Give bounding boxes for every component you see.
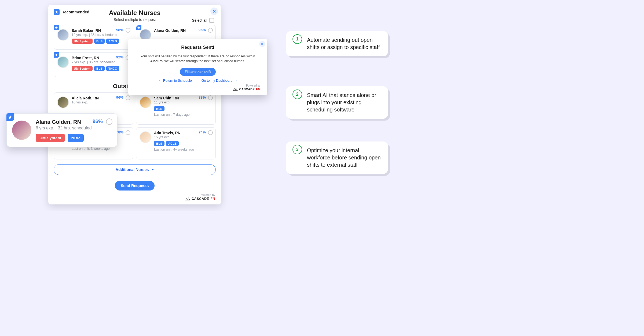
feature-card: 2 Smart AI that stands alone or plugs in… [286, 86, 388, 119]
additional-nurses-label: Additional Nurses [115, 167, 149, 172]
modal-body: Your shift will be filled by the first r… [135, 54, 260, 64]
select-radio[interactable] [208, 95, 213, 100]
send-requests-label: Send Requests [121, 184, 149, 188]
tag-row: UM System NRP [36, 134, 112, 142]
match-score: 88% [199, 95, 206, 99]
fill-another-label: Fill another shift [185, 70, 211, 74]
additional-nurses-button[interactable]: Additional Nurses [54, 164, 216, 175]
select-all-label: Select all [192, 18, 207, 23]
star-icon [54, 9, 60, 15]
send-requests-button[interactable]: Send Requests [115, 181, 155, 191]
nurse-meta: 12 yrs exp. | 36 hrs. scheduled [72, 33, 130, 37]
avatar [140, 96, 151, 108]
star-icon [6, 113, 14, 121]
available-nurses-panel: ✕ Recommended Available Nurses Select mu… [48, 5, 221, 204]
feature-text: Smart AI that stands alone or plugs into… [307, 92, 382, 113]
match-score: 98% [116, 28, 123, 32]
close-panel-button[interactable]: ✕ [210, 8, 218, 15]
return-label: Return to Schedule [163, 79, 192, 83]
go-to-dashboard-link[interactable]: Go to my Dashboard → [202, 79, 237, 83]
feature-text: Automate sending out open shifts or assi… [307, 36, 382, 51]
tag: BLS [94, 66, 105, 71]
match-score: 96% [116, 95, 123, 99]
avatar [12, 121, 31, 140]
avatar [57, 56, 69, 68]
match-score: 74% [199, 130, 206, 134]
star-icon [54, 25, 59, 30]
close-modal-button[interactable]: ✕ [259, 41, 265, 47]
match-score: 92% [116, 55, 123, 59]
tag: ACLS [106, 39, 119, 44]
feature-number: 1 [292, 34, 302, 44]
tag: BLS [94, 39, 105, 44]
last-on-unit: Last on unit: 3 weeks ago [72, 147, 130, 151]
tag: BLS [154, 141, 164, 146]
tag: UM System [36, 134, 65, 142]
nurse-card[interactable]: Sam Chin, RN 11 yrs exp. BLS Last on uni… [136, 92, 216, 125]
tag: NRP [68, 134, 84, 142]
close-icon: ✕ [261, 42, 264, 46]
nurse-card[interactable]: Ada Travis, RN 15 yrs exp. BLS ACLS Last… [136, 127, 216, 159]
modal-body-pre: Your shift will be filled by the first r… [140, 54, 255, 58]
select-radio[interactable] [126, 130, 130, 135]
arrow-left-icon: ← [158, 79, 162, 83]
requests-sent-modal: ✕ Requests Sent! Your shift will be fill… [128, 39, 267, 95]
nurse-meta: 7 yrs exp. | 36 hrs. scheduled [72, 60, 130, 64]
powered-by-footer: Powered by CASCADE FN [185, 193, 215, 201]
avatar [57, 96, 69, 108]
modal-powered-by: Powered by CASCADE FN [135, 84, 260, 91]
last-on-unit: Last on unit: 7 days ago [154, 113, 212, 117]
match-score: 96% [93, 118, 103, 124]
avatar [57, 29, 69, 41]
brand-name: CASCADE [192, 197, 209, 201]
avatar [140, 131, 151, 143]
dashboard-label: Go to my Dashboard [202, 79, 232, 83]
tag-row: BLS ACLS [154, 141, 212, 146]
brand-fn: FN [256, 88, 260, 91]
brand-logo: CASCADE FN [135, 88, 260, 91]
nurse-card[interactable]: Brian Frost, RN 7 yrs exp. | 36 hrs. sch… [54, 52, 133, 77]
match-score: 96% [199, 28, 206, 32]
feature-card: 1 Automate sending out open shifts or as… [286, 31, 388, 56]
mountains-icon [185, 197, 190, 200]
powered-by-label: Powered by [185, 193, 215, 196]
tag: UM System [72, 66, 93, 71]
return-to-schedule-link[interactable]: ← Return to Schedule [158, 79, 192, 83]
tag: ACLS [166, 141, 179, 146]
star-icon [54, 52, 59, 58]
last-on-unit: Last on unit: 4+ weeks ago [154, 148, 212, 151]
nurse-meta: 6 yrs exp. | 32 hrs. scheduled [36, 126, 112, 130]
tag: BLS [154, 106, 164, 111]
brand-name: CASCADE [239, 88, 255, 91]
feature-text: Optimize your internal workforce before … [307, 147, 382, 169]
modal-links: ← Return to Schedule Go to my Dashboard … [135, 79, 260, 83]
modal-body-bold: 4 hours [151, 59, 163, 63]
fill-another-shift-button[interactable]: Fill another shift [180, 68, 215, 76]
select-radio[interactable] [126, 95, 130, 100]
feature-number: 3 [292, 145, 302, 154]
nurse-meta: 10 yrs exp. [72, 100, 130, 104]
modal-title: Requests Sent! [135, 45, 260, 50]
tag: TNCC [106, 66, 119, 71]
star-icon [136, 25, 141, 30]
close-icon: ✕ [213, 9, 216, 14]
mountains-icon [233, 88, 238, 91]
select-all-checkbox[interactable] [209, 18, 214, 23]
powered-by-label: Powered by [135, 84, 260, 87]
select-radio[interactable] [208, 28, 213, 33]
select-radio[interactable] [208, 130, 213, 135]
arrow-right-icon: → [234, 79, 237, 83]
tag-row: UM System BLS TNCC [72, 66, 130, 71]
tag-row: UM System BLS ACLS [72, 39, 130, 44]
nurse-meta: 11 yrs exp. [154, 100, 212, 104]
feature-card: 3 Optimize your internal workforce befor… [286, 141, 388, 174]
nurse-meta: 15 yrs exp. [154, 135, 212, 139]
brand-fn: FN [210, 197, 215, 201]
nurse-card[interactable]: Sarah Baker, RN 12 yrs exp. | 36 hrs. sc… [54, 25, 133, 50]
chevron-down-icon [151, 169, 154, 170]
tag: UM System [72, 39, 93, 44]
recommended-badge: Recommended [54, 9, 89, 15]
select-radio[interactable] [126, 28, 130, 33]
select-radio[interactable] [106, 118, 112, 125]
nurse-card-enlarged[interactable]: Alana Golden, RN 6 yrs exp. | 32 hrs. sc… [6, 113, 118, 147]
